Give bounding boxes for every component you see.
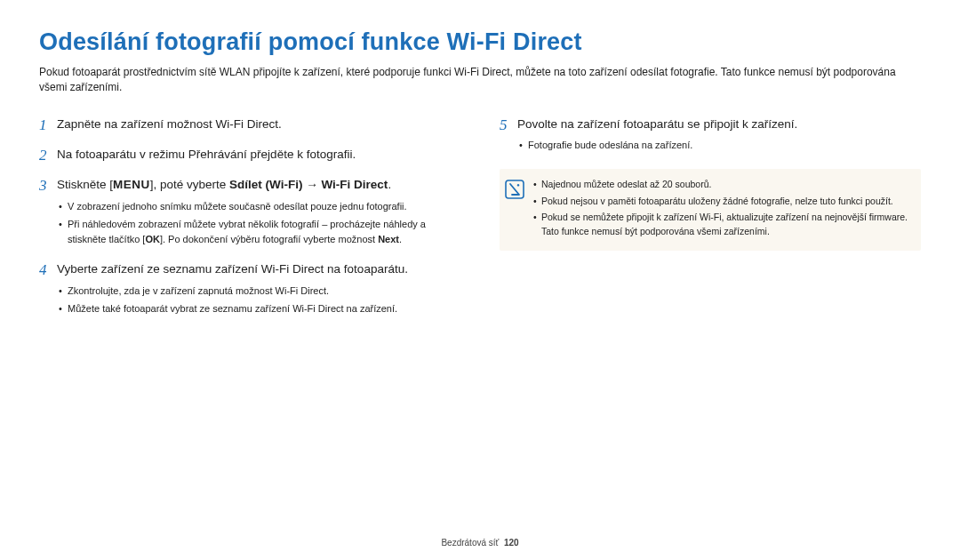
step-number: 3 <box>39 176 57 250</box>
bold-text: Next <box>378 234 399 244</box>
step-5: 5 Povolte na zařízení fotoaparátu se při… <box>500 116 921 156</box>
step-1: 1 Zapněte na zařízení možnost Wi-Fi Dire… <box>39 116 460 135</box>
note-item: Pokud nejsou v paměti fotoaparátu uložen… <box>532 195 912 209</box>
list-item: Při náhledovém zobrazení můžete vybrat n… <box>57 217 460 246</box>
text-fragment: ]. Po dokončení výběru fotografií vybert… <box>160 234 378 244</box>
ok-button-glyph: OK <box>145 234 160 244</box>
page-title: Odesílání fotografií pomocí funkce Wi-Fi… <box>39 28 921 56</box>
text-fragment: Stiskněte [ <box>57 178 113 191</box>
left-column: 1 Zapněte na zařízení možnost Wi-Fi Dire… <box>39 116 460 331</box>
right-column: 5 Povolte na zařízení fotoaparátu se při… <box>500 116 921 331</box>
note-item: Pokud se nemůžete připojit k zařízení Wi… <box>532 211 912 239</box>
bold-text: Sdílet (Wi-Fi) <box>229 178 302 191</box>
step-number: 4 <box>39 260 57 320</box>
list-item: Zkontrolujte, zda je v zařízení zapnutá … <box>57 284 460 299</box>
page-footer: Bezdrátová síť 120 <box>0 538 960 548</box>
text-fragment: . <box>388 178 391 191</box>
list-item: V zobrazení jednoho snímku můžete součas… <box>57 199 460 214</box>
step-number: 2 <box>39 146 57 165</box>
footer-page-number: 120 <box>504 538 519 548</box>
step-number: 5 <box>500 116 517 156</box>
bold-text: Wi-Fi Direct <box>321 178 388 191</box>
step-2: 2 Na fotoaparátu v režimu Přehrávání pře… <box>39 146 460 165</box>
step-3: 3 Stiskněte [MENU], poté vyberte Sdílet … <box>39 176 460 250</box>
step-text: Na fotoaparátu v režimu Přehrávání přejd… <box>57 146 460 164</box>
list-item: Můžete také fotoaparát vybrat ze seznamu… <box>57 301 460 316</box>
step-text: Povolte na zařízení fotoaparátu se připo… <box>517 116 921 133</box>
note-item: Najednou můžete odeslat až 20 souborů. <box>532 178 912 192</box>
step-text: Vyberte zařízení ze seznamu zařízení Wi-… <box>57 260 460 278</box>
step-4: 4 Vyberte zařízení ze seznamu zařízení W… <box>39 260 460 320</box>
menu-button-glyph: MENU <box>113 178 150 191</box>
note-box: Najednou můžete odeslat až 20 souborů. P… <box>500 169 921 251</box>
list-item: Fotografie bude odeslána na zařízení. <box>517 138 921 153</box>
note-icon <box>505 180 524 199</box>
intro-text: Pokud fotoaparát prostřednictvím sítě WL… <box>39 65 921 96</box>
footer-section: Bezdrátová síť <box>441 538 499 548</box>
text-fragment: . <box>399 234 402 244</box>
step-number: 1 <box>39 116 57 135</box>
text-fragment: ], poté vyberte <box>150 178 229 191</box>
step-text: Stiskněte [MENU], poté vyberte Sdílet (W… <box>57 176 460 194</box>
step-text: Zapněte na zařízení možnost Wi-Fi Direct… <box>57 116 460 133</box>
arrow-glyph: → <box>302 178 321 191</box>
